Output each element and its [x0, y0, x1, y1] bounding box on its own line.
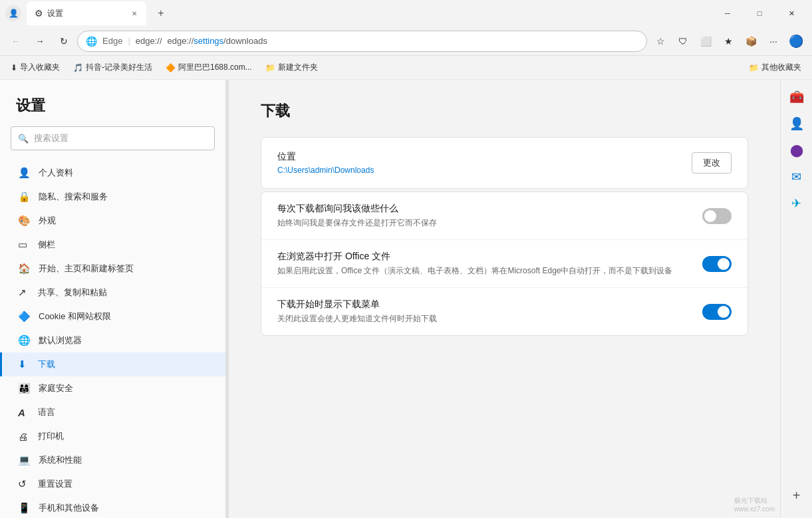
sidebar-item-browser-label: 默认浏览器	[39, 334, 82, 346]
search-settings-box[interactable]: 🔍 搜索设置	[11, 126, 215, 150]
bookmark-new-folder[interactable]: 📁 新建文件夹	[260, 59, 323, 76]
right-panel-people-icon[interactable]: 👤	[785, 112, 809, 136]
search-placeholder: 搜索设置	[34, 132, 68, 144]
browser-nav-icon: 🌐	[18, 334, 31, 346]
toggle-show-menu-knob	[718, 306, 730, 318]
sidebar-item-downloads[interactable]: ⬇ 下载	[0, 352, 225, 376]
bookmark-more-label: 其他收藏夹	[761, 62, 801, 73]
forward-button[interactable]: →	[29, 31, 51, 52]
browser-essentials-button[interactable]: 🛡	[672, 31, 694, 52]
right-panel-send-icon[interactable]: ✈	[785, 192, 809, 215]
sidebar-item-printer[interactable]: 🖨 打印机	[0, 424, 225, 448]
toggle-show-menu[interactable]	[702, 304, 732, 320]
titlebar: 👤 ⚙ 设置 ✕ + ─ □ ✕	[0, 0, 812, 27]
collections-button[interactable]: 📦	[740, 31, 761, 52]
family-nav-icon: 👨‍👩‍👧	[18, 382, 31, 394]
sidebar-item-appearance[interactable]: 🎨 外观	[0, 209, 225, 233]
right-panel-outlook-icon[interactable]: ✉	[785, 165, 809, 189]
setting-open-office: 在浏览器中打开 Office 文件 如果启用此设置，Office 文件（演示文稿…	[261, 240, 747, 288]
location-info: 位置 C:\Users\admin\Downloads	[277, 151, 374, 175]
nav-actions: ☆ 🛡 ⬜ ★ 📦 ··· 🔵	[650, 31, 807, 52]
appearance-nav-icon: 🎨	[18, 215, 31, 227]
bookmark-import[interactable]: ⬇ 导入收藏夹	[5, 59, 65, 76]
sidebar-title: 设置	[0, 96, 225, 126]
address-bar[interactable]: 🌐 Edge | edge://下载edge://settings/downlo…	[77, 31, 647, 52]
sidebar-item-share-label: 共享、复制和粘贴	[38, 287, 107, 299]
sidebar-item-newtab[interactable]: 🏠 开始、主页和新建标签页	[0, 257, 225, 281]
change-location-button[interactable]: 更改	[692, 152, 732, 174]
right-panel-add-button[interactable]: +	[785, 483, 809, 507]
sidebar-item-newtab-label: 开始、主页和新建标签页	[39, 263, 134, 275]
profile-nav-icon: 👤	[18, 167, 31, 179]
import-icon: ⬇	[11, 63, 17, 72]
sidebar-item-system-label: 系统和性能	[39, 454, 82, 466]
right-panel-wallet-icon[interactable]: 🧰	[785, 85, 809, 109]
sidebar-item-profile-label: 个人资料	[39, 167, 73, 179]
toggle-ask-download-knob	[704, 210, 716, 222]
sidebar-item-reset[interactable]: ↺ 重置设置	[0, 472, 225, 496]
url-full: edge://settings/downloads	[168, 36, 267, 46]
more-button[interactable]: ···	[763, 31, 784, 52]
bookmark-alibaba[interactable]: 🔶 阿里巴巴1688.com...	[160, 59, 257, 76]
setting-ask-download: 每次下载都询问我该做些什么 始终询问我是要保存文件还是打开它而不保存	[261, 192, 747, 240]
sidebar-item-downloads-label: 下载	[38, 358, 55, 370]
toggle-open-office[interactable]	[702, 256, 732, 272]
location-title: 位置	[277, 151, 374, 163]
edge-logo-icon: 🌐	[86, 36, 97, 47]
new-tab-button[interactable]: +	[152, 4, 170, 23]
close-button[interactable]: ✕	[776, 3, 807, 24]
sidebar-item-sidebar-label: 侧栏	[38, 239, 55, 251]
sidebar-item-family-label: 家庭安全	[39, 382, 73, 394]
sidebar-item-sidebar[interactable]: ▭ 侧栏	[0, 233, 225, 257]
page-title: 下载	[261, 101, 748, 121]
downloads-nav-icon: ⬇	[18, 358, 30, 370]
sidebar-item-privacy[interactable]: 🔒 隐私、搜索和服务	[0, 185, 225, 209]
main-layout: 设置 🔍 搜索设置 👤 个人资料 🔒 隐私、搜索和服务 🎨 外观 ▭ 侧栏	[0, 80, 812, 518]
sidebar-item-profile[interactable]: 👤 个人资料	[0, 161, 225, 185]
setting-ask-download-label: 每次下载都询问我该做些什么	[277, 203, 702, 215]
toggle-ask-download[interactable]	[702, 208, 732, 224]
sidebar-item-printer-label: 打印机	[38, 430, 64, 442]
refresh-button[interactable]: ↻	[53, 31, 74, 52]
sidebar-nav-icon: ▭	[18, 239, 30, 251]
search-icon: 🔍	[18, 134, 29, 144]
back-button[interactable]: ←	[5, 31, 27, 52]
right-panel-copilot-icon[interactable]: ⬤	[785, 138, 809, 162]
sidebar-item-language[interactable]: A 语言	[0, 400, 225, 424]
sidebar-item-default-browser[interactable]: 🌐 默认浏览器	[0, 328, 225, 352]
split-screen-button[interactable]: ⬜	[695, 31, 716, 52]
minimize-button[interactable]: ─	[712, 3, 743, 24]
active-tab[interactable]: ⚙ 设置 ✕	[27, 1, 146, 25]
reset-nav-icon: ↺	[18, 478, 30, 490]
bookmark-tiktok[interactable]: 🎵 抖音-记录美好生活	[68, 59, 158, 76]
folder-icon: 📁	[265, 63, 275, 72]
watermark: 极光下载站www.xz7.com	[734, 496, 775, 513]
right-panel: 🧰 👤 ⬤ ✉ ✈ +	[780, 80, 812, 518]
toggle-open-office-knob	[718, 258, 730, 270]
sidebar-item-mobile[interactable]: 📱 手机和其他设备	[0, 496, 225, 518]
favorites-list-button[interactable]: ★	[718, 31, 739, 52]
bookmark-tiktok-label: 抖音-记录美好生活	[86, 62, 152, 73]
tab-close-button[interactable]: ✕	[130, 9, 138, 19]
bookmark-more[interactable]: 📁 其他收藏夹	[744, 59, 807, 76]
sidebar-item-cookies[interactable]: 🔷 Cookie 和网站权限	[0, 305, 225, 328]
tab-title: 设置	[47, 8, 126, 19]
edge-icon-button[interactable]: 🔵	[785, 31, 807, 52]
settings-sidebar: 设置 🔍 搜索设置 👤 个人资料 🔒 隐私、搜索和服务 🎨 外观 ▭ 侧栏	[0, 80, 226, 518]
profile-avatar[interactable]: 👤	[5, 5, 21, 21]
sidebar-item-family[interactable]: 👨‍👩‍👧 家庭安全	[0, 376, 225, 400]
maximize-button[interactable]: □	[744, 3, 775, 24]
bookmark-new-folder-label: 新建文件夹	[278, 62, 318, 73]
setting-show-menu-desc: 关闭此设置会使人更难知道文件何时开始下载	[277, 313, 702, 324]
sidebar-item-share[interactable]: ↗ 共享、复制和粘贴	[0, 281, 225, 305]
titlebar-left: 👤 ⚙ 设置 ✕ +	[5, 1, 170, 25]
separator: |	[128, 36, 130, 46]
favorites-button[interactable]: ☆	[650, 31, 671, 52]
setting-show-menu-label: 下载开始时显示下载菜单	[277, 299, 702, 311]
setting-ask-download-desc: 始终询问我是要保存文件还是打开它而不保存	[277, 217, 702, 229]
setting-open-office-desc: 如果启用此设置，Office 文件（演示文稿、电子表格、文档）将在Microso…	[277, 265, 702, 277]
sidebar-item-system[interactable]: 💻 系统和性能	[0, 448, 225, 472]
setting-show-menu: 下载开始时显示下载菜单 关闭此设置会使人更难知道文件何时开始下载	[261, 288, 747, 335]
sidebar-nav: 👤 个人资料 🔒 隐私、搜索和服务 🎨 外观 ▭ 侧栏 🏠 开始、主页和新建标签…	[0, 161, 225, 518]
bookmarks-bar: ⬇ 导入收藏夹 🎵 抖音-记录美好生活 🔶 阿里巴巴1688.com... 📁 …	[0, 56, 812, 80]
